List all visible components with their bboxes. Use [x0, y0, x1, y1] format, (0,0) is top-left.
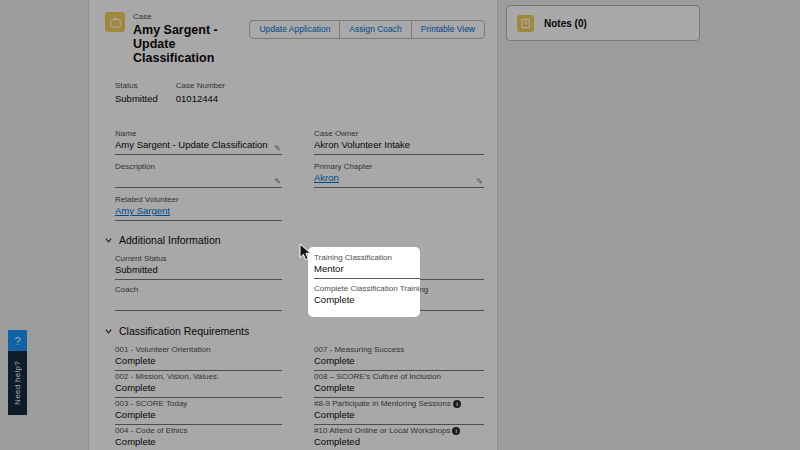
section-additional-information[interactable]: Additional Information — [104, 234, 483, 246]
case-record-page: Case Amy Sargent - Update Classification… — [0, 0, 800, 450]
status-field: Status Submitted — [115, 81, 158, 105]
detail-right-column: Case Owner Akron Volunteer Intake Primar… — [314, 129, 484, 228]
primary-chapter-link[interactable]: Akron — [314, 172, 339, 183]
training-classification-value: Mentor — [314, 263, 344, 274]
requirement-field: 001 - Volunteer Orientation Complete — [115, 345, 282, 371]
training-classification-field-highlighted: Training Classification Mentor — [314, 253, 420, 279]
info-icon[interactable]: i — [453, 400, 461, 408]
section-classification-requirements[interactable]: Classification Requirements — [104, 325, 483, 337]
complete-classification-training-label: Complete Classification Training — [314, 284, 420, 294]
requirement-field: 002 - Mission, Vision, Values. Complete — [115, 372, 282, 398]
training-classification-label: Training Classification — [314, 253, 420, 263]
current-status-field: Current Status Submitted — [115, 254, 282, 280]
page-title: Amy Sargent - Update Classification — [133, 23, 249, 65]
edit-pencil-icon[interactable]: ✎ — [274, 145, 281, 153]
status-label: Status — [115, 81, 158, 91]
requirement-field: 007 - Measuring Success Complete — [314, 345, 484, 371]
note-icon — [517, 15, 534, 32]
case-header: Case Amy Sargent - Update Classification… — [89, 0, 497, 65]
detail-grid: Name Amy Sargent - Update Classification… — [115, 129, 483, 228]
info-icon[interactable]: i — [452, 427, 460, 435]
need-help-tab[interactable]: ? Need help? — [8, 330, 27, 415]
ai-left-column: Current Status Submitted Coach — [115, 254, 282, 316]
cls-right-column: 007 - Measuring Success Complete 008 – S… — [314, 345, 484, 450]
primary-chapter-label: Primary Chapter — [314, 162, 484, 172]
notes-title: Notes (0) — [544, 18, 587, 29]
question-icon: ? — [8, 330, 27, 351]
complete-classification-training-field-highlighted: Complete Classification Training Complet… — [314, 284, 420, 309]
case-card: Case Amy Sargent - Update Classification… — [88, 0, 498, 450]
highlight-spotlight: Training Classification Mentor Complete … — [308, 247, 420, 317]
classification-requirements-grid: 001 - Volunteer Orientation Complete 002… — [115, 345, 483, 450]
requirement-field: 004 - Code of Ethics Complete — [115, 426, 282, 450]
case-number-field: Case Number 01012444 — [176, 81, 225, 105]
case-number-label: Case Number — [176, 81, 225, 91]
edit-pencil-icon[interactable]: ✎ — [274, 178, 281, 186]
coach-label: Coach — [115, 285, 282, 295]
requirement-field: 008 – SCORE's Culture of Inclusion Compl… — [314, 372, 484, 398]
section-title: Classification Requirements — [119, 325, 249, 337]
additional-information-grid: Current Status Submitted Coach Training … — [115, 254, 483, 316]
coach-field: Coach — [115, 285, 282, 311]
current-status-label: Current Status — [115, 254, 282, 264]
case-owner-value: Akron Volunteer Intake — [314, 139, 410, 150]
chevron-down-icon — [104, 236, 113, 245]
update-application-button[interactable]: Update Application — [249, 20, 340, 39]
need-help-label: Need help? — [13, 361, 22, 405]
title-block: Case Amy Sargent - Update Classification — [133, 12, 249, 65]
requirement-field: 003 - SCORE Today Complete — [115, 399, 282, 425]
name-label: Name — [115, 129, 282, 139]
description-label: Description — [115, 162, 282, 172]
edit-pencil-icon[interactable]: ✎ — [476, 178, 483, 186]
case-owner-label: Case Owner — [314, 129, 484, 139]
related-volunteer-label: Related Volunteer — [115, 195, 282, 205]
printable-view-button[interactable]: Printable View — [411, 20, 485, 39]
detail-left-column: Name Amy Sargent - Update Classification… — [115, 129, 282, 228]
complete-classification-training-value: Complete — [314, 294, 355, 305]
detail-panel: Name Amy Sargent - Update Classification… — [89, 129, 497, 450]
related-volunteer-field: Related Volunteer Amy Sargent — [115, 195, 282, 221]
requirement-field: #8-9 Participate in Mentoring Sessionsi … — [314, 399, 484, 425]
cls-left-column: 001 - Volunteer Orientation Complete 002… — [115, 345, 282, 450]
assign-coach-button[interactable]: Assign Coach — [339, 20, 411, 39]
related-volunteer-link[interactable]: Amy Sargent — [115, 205, 170, 216]
case-icon — [105, 12, 125, 32]
case-owner-field: Case Owner Akron Volunteer Intake — [314, 129, 484, 155]
ai-right-column: Training Classification Mentor Complete … — [314, 254, 484, 316]
status-value: Submitted — [115, 93, 158, 105]
primary-chapter-field: Primary Chapter Akron✎ — [314, 162, 484, 188]
chevron-down-icon — [104, 327, 113, 336]
notes-panel[interactable]: Notes (0) — [506, 5, 700, 41]
case-number-value: 01012444 — [176, 93, 225, 105]
highlights-panel: Status Submitted Case Number 01012444 — [115, 81, 497, 105]
name-field: Name Amy Sargent - Update Classification… — [115, 129, 282, 155]
entity-label: Case — [133, 12, 249, 22]
section-title: Additional Information — [119, 234, 221, 246]
current-status-value: Submitted — [115, 264, 158, 275]
description-field: Description ✎ — [115, 162, 282, 188]
action-button-group: Update Application Assign Coach Printabl… — [249, 20, 485, 39]
cursor-icon — [299, 243, 312, 261]
requirement-field: #10 Attend Online or Local Workshopsi Co… — [314, 426, 484, 450]
name-value: Amy Sargent - Update Classification — [115, 139, 268, 150]
